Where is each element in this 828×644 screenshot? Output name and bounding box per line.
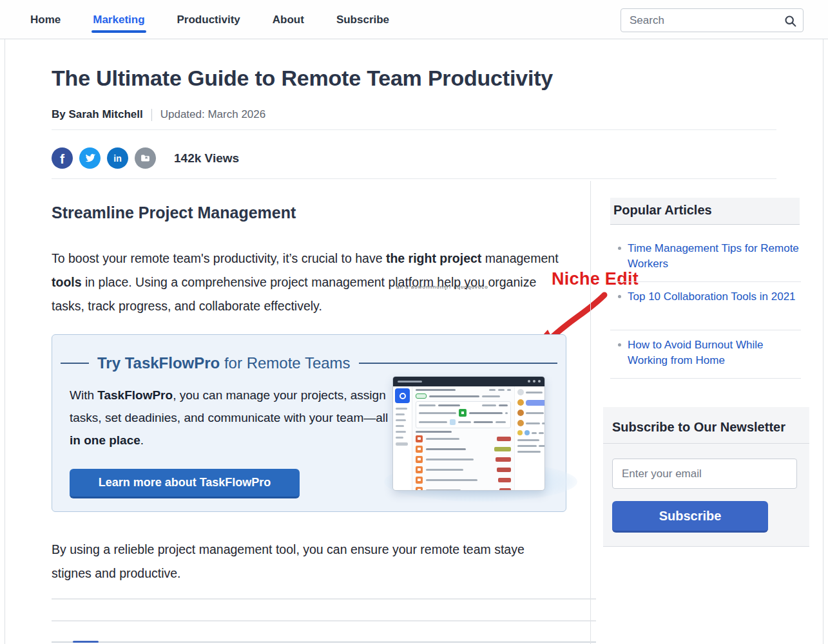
facebook-share-button[interactable]: f [52, 147, 73, 169]
paragraph-bold: tools [52, 275, 82, 289]
decorative-line [61, 363, 89, 364]
niche-edit-annotation: Niche Edit [552, 269, 639, 289]
placeholder-line [52, 620, 596, 621]
author-name: By Sarah Mitchell [52, 108, 143, 121]
taskflowpro-promo-box: Try TaskFlowPro for Remote Teams With Ta… [52, 334, 566, 512]
promo-text: . [140, 433, 144, 447]
main-nav: Home Marketing Productivity About Subscr… [29, 0, 390, 39]
share-button[interactable] [135, 147, 156, 169]
promo-text: With [70, 388, 97, 402]
paragraph-text: management [481, 251, 558, 265]
divider [603, 443, 809, 444]
divider [52, 129, 776, 130]
folder-share-icon [140, 153, 151, 164]
page-title: The Ultimate Guide to Remote Team Produc… [52, 66, 631, 91]
paragraph-1: To boost your remote team's productivity… [52, 247, 567, 318]
promo-title: Try TaskFlowPro for Remote Teams [97, 354, 351, 372]
promo-title-row: Try TaskFlowPro for Remote Teams [61, 354, 557, 372]
promo-body-text: With TaskFlowPro, you can manage your pr… [70, 384, 395, 451]
sidebar-divider [590, 181, 591, 644]
divider [52, 178, 776, 179]
decorative-line [359, 363, 557, 364]
linkedin-share-button[interactable]: in [107, 147, 128, 169]
popular-article-link-3[interactable]: How to Avoid Burnout While Working from … [610, 337, 801, 368]
subscribe-button[interactable]: Subscribe [612, 501, 768, 533]
article-link-text: Top 10 Collaboration Tools in 2021 [628, 289, 796, 305]
facebook-icon: f [60, 151, 64, 167]
search-box [621, 8, 804, 32]
newsletter-panel: Subscribe to Our Newsletter Subscribe [603, 407, 809, 547]
app-body [393, 386, 544, 491]
popular-article-link-2[interactable]: Top 10 Collaboration Tools in 2021 [610, 289, 801, 305]
placeholder-line [52, 598, 596, 600]
promo-title-rest: for Remote Teams [220, 354, 350, 372]
nav-item-marketing[interactable]: Marketing [91, 2, 146, 37]
top-navigation-bar: Home Marketing Productivity About Subscr… [0, 0, 828, 39]
paragraph-text: in place. Using a comprehensive project … [82, 275, 438, 289]
newsletter-heading: Subscribe to Our Newsletter [612, 420, 785, 435]
app-card [416, 401, 511, 428]
promo-title-bold: Try TaskFlowPro [97, 354, 220, 372]
nav-item-subscribe[interactable]: Subscribe [335, 2, 390, 37]
nav-item-home[interactable]: Home [29, 2, 62, 37]
page-right-border [823, 39, 823, 644]
paragraph-text: To boost your remote team's productivity… [52, 251, 386, 265]
article-link-text: How to Avoid Burnout While Working from … [628, 337, 801, 368]
byline: By Sarah Mitchell Updated: March 2026 [52, 108, 265, 121]
paragraph-2: By using a relieble project management t… [52, 538, 567, 585]
learn-more-button[interactable]: Learn more about TaskFlowPro [70, 469, 300, 498]
partial-link-underline [73, 641, 99, 643]
social-share-row: f in 142k Views [52, 147, 239, 169]
bullet-icon [618, 343, 621, 346]
blog-page: Home Marketing Productivity About Subscr… [0, 0, 828, 644]
app-task-list [412, 386, 514, 491]
promo-text-bold: TaskFlowPro [97, 388, 173, 402]
paragraph-bold: the right project [386, 251, 481, 265]
linkedin-icon: in [113, 153, 121, 164]
article-link-text: Time Management Tips for Remote Workers [628, 241, 801, 272]
bullet-icon [618, 247, 621, 250]
popular-article-link-1[interactable]: Time Management Tips for Remote Workers [610, 241, 801, 272]
page-left-border [5, 39, 5, 644]
divider [610, 281, 801, 282]
byline-divider [151, 109, 152, 121]
twitter-share-button[interactable] [79, 147, 101, 169]
app-right-panel [514, 386, 545, 491]
app-logo-icon [395, 388, 410, 403]
taskflowpro-app-screenshot [392, 376, 545, 491]
placeholder-line [52, 641, 596, 643]
app-titlebar [393, 377, 544, 386]
updated-date: Updated: March 2026 [160, 108, 266, 121]
divider [610, 378, 801, 379]
view-count: 142k Views [174, 151, 239, 166]
bullet-icon [618, 295, 621, 298]
app-sidebar [393, 386, 412, 491]
email-field[interactable] [612, 459, 797, 489]
promo-text-bold: in one place [70, 433, 140, 447]
search-icon[interactable] [784, 14, 797, 28]
twitter-icon [84, 153, 96, 164]
garbled-artifact-text: an a aowonnnunŋrr equqqdvoco [396, 285, 488, 290]
section-heading: Streamline Project Management [52, 204, 296, 222]
nav-item-about[interactable]: About [271, 2, 305, 37]
popular-articles-heading: Popular Articles [610, 198, 800, 225]
nav-item-productivity[interactable]: Productivity [176, 2, 242, 37]
search-input[interactable] [621, 9, 803, 32]
divider [610, 330, 801, 330]
